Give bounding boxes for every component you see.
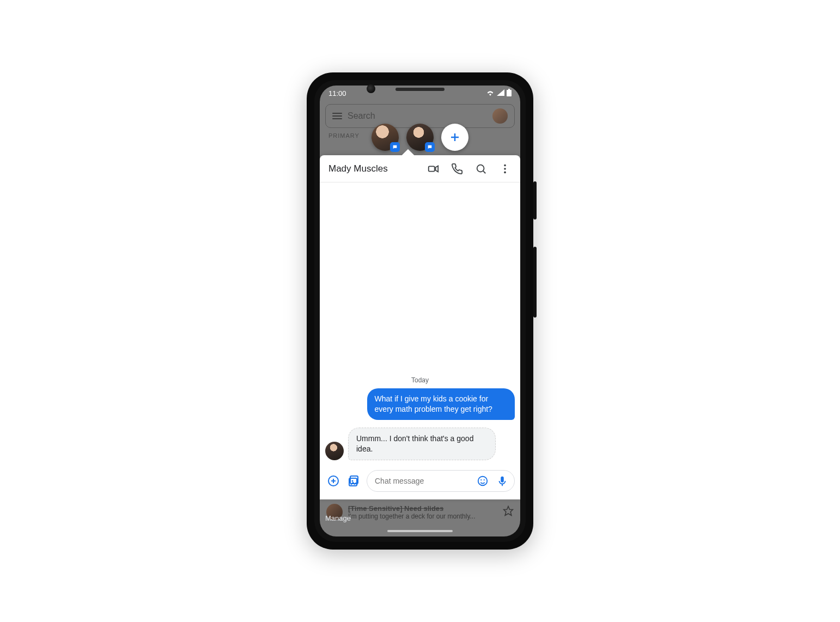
conversation-header: Mady Muscles (320, 155, 520, 182)
svg-point-17 (478, 477, 488, 486)
phone-speaker (395, 88, 445, 91)
status-time: 11:00 (328, 89, 346, 97)
volume-buttons[interactable] (533, 247, 537, 318)
email-snippet: I'm putting together a deck for our mont… (348, 513, 497, 520)
messages-app-badge-icon (425, 142, 435, 152)
add-attachment-button[interactable] (325, 473, 342, 489)
compose-field[interactable] (367, 470, 515, 492)
svg-rect-0 (507, 90, 512, 96)
svg-point-16 (352, 480, 354, 482)
home-indicator[interactable] (387, 530, 453, 532)
conversation-title: Mady Muscles (328, 163, 420, 174)
chat-bubble-contact-mady[interactable] (406, 124, 434, 151)
messages-app-badge-icon (390, 142, 400, 152)
battery-icon (507, 89, 512, 98)
svg-rect-20 (501, 477, 504, 483)
search-conversation-button[interactable] (470, 158, 492, 180)
svg-point-9 (504, 168, 506, 170)
phone-call-button[interactable] (446, 158, 468, 180)
svg-point-10 (504, 171, 506, 173)
svg-point-18 (480, 479, 482, 480)
svg-point-6 (477, 164, 484, 172)
cellular-icon (497, 89, 504, 97)
sender-avatar-icon[interactable] (325, 442, 344, 460)
svg-rect-4 (429, 166, 435, 171)
message-incoming[interactable]: Ummm... I don't think that's a good idea… (348, 428, 496, 460)
voice-input-button[interactable] (494, 472, 511, 490)
svg-marker-5 (436, 166, 439, 172)
search-placeholder-text: Search (348, 111, 375, 121)
new-bubble-button[interactable] (441, 124, 468, 151)
phone-screen: 11:00 Search (320, 86, 520, 536)
svg-line-7 (483, 171, 485, 173)
message-outgoing[interactable]: What if I give my kids a cookie for ever… (367, 388, 515, 420)
svg-rect-1 (508, 89, 510, 90)
svg-marker-22 (504, 507, 513, 516)
phone-frame: 11:00 Search (307, 72, 533, 550)
hamburger-icon (332, 113, 342, 119)
manage-bubbles-button[interactable]: Manage (325, 514, 351, 522)
chat-bubbles-row (320, 124, 520, 151)
account-avatar-icon (492, 108, 508, 124)
star-icon (503, 505, 514, 519)
svg-point-19 (484, 479, 485, 480)
compose-bar (320, 465, 520, 499)
email-subject: [Time Sensitive] Need slides (348, 504, 497, 513)
chat-bubble-contact-1[interactable] (372, 124, 399, 151)
conversation-body[interactable]: Today What if I give my kids a cookie fo… (320, 182, 520, 465)
svg-point-8 (504, 164, 506, 166)
conversation-card: Mady Muscles Today Wh (320, 155, 520, 499)
wifi-icon (486, 89, 495, 97)
power-button[interactable] (533, 181, 537, 219)
compose-input[interactable] (375, 477, 472, 485)
video-call-button[interactable] (422, 158, 444, 180)
more-options-button[interactable] (494, 158, 516, 180)
day-separator: Today (325, 376, 515, 384)
emoji-button[interactable] (474, 472, 491, 490)
phone-front-camera (367, 84, 375, 93)
gallery-button[interactable] (346, 473, 362, 489)
